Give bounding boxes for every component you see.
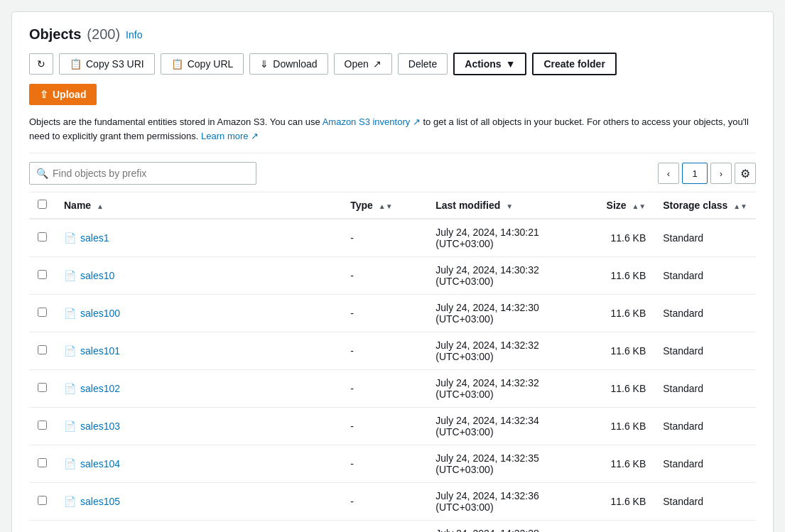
row-modified-cell: July 24, 2024, 14:32:35 (UTC+03:00) [427, 445, 583, 483]
actions-button[interactable]: Actions ▼ [453, 53, 526, 75]
row-checkbox-cell[interactable] [29, 295, 55, 332]
upload-icon: ⇧ [40, 89, 48, 100]
row-type-cell: - [342, 370, 427, 408]
row-checkbox[interactable] [38, 308, 47, 317]
row-modified-cell: July 24, 2024, 14:32:38 (UTC+03:00) [427, 521, 583, 533]
row-checkbox-cell[interactable] [29, 332, 55, 370]
row-name-cell: 📄 sales105 [55, 483, 342, 521]
column-settings-button[interactable]: ⚙ [735, 163, 756, 184]
row-checkbox-cell[interactable] [29, 370, 55, 408]
file-icon: 📄 [64, 496, 76, 507]
create-folder-button[interactable]: Create folder [532, 53, 616, 75]
file-link[interactable]: 📄 sales101 [64, 345, 120, 357]
name-column-header[interactable]: Name ▲ [55, 192, 342, 219]
file-link[interactable]: 📄 sales102 [64, 383, 120, 394]
row-checkbox[interactable] [38, 420, 47, 430]
delete-button[interactable]: Delete [398, 53, 448, 75]
row-size-cell: 11.6 KB [583, 219, 654, 257]
row-name-cell: 📄 sales10 [55, 257, 342, 295]
row-storage-cell: Standard [654, 521, 756, 533]
file-icon: 📄 [64, 420, 76, 432]
row-type-cell: - [342, 219, 427, 257]
storage-class-column-header[interactable]: Storage class ▲▼ [654, 192, 756, 219]
copy-url-button[interactable]: 📋 Copy URL [161, 53, 244, 75]
row-checkbox-cell[interactable] [29, 257, 55, 295]
file-link[interactable]: 📄 sales105 [64, 496, 120, 507]
table-row: 📄 sales100 - July 24, 2024, 14:32:30 (UT… [29, 295, 756, 332]
row-checkbox[interactable] [38, 270, 47, 279]
copy-s3-uri-button[interactable]: 📋 Copy S3 URI [59, 53, 155, 75]
row-type-cell: - [342, 332, 427, 370]
row-modified-cell: July 24, 2024, 14:30:32 (UTC+03:00) [427, 257, 583, 295]
file-link[interactable]: 📄 sales100 [64, 308, 120, 319]
table-row: 📄 sales1 - July 24, 2024, 14:30:21 (UTC+… [29, 219, 756, 257]
open-external-icon: ↗ [373, 58, 381, 70]
type-sort-icon: ▲▼ [379, 202, 393, 210]
row-checkbox-cell[interactable] [29, 408, 55, 445]
row-storage-cell: Standard [654, 370, 756, 408]
row-checkbox-cell[interactable] [29, 445, 55, 483]
type-column-header[interactable]: Type ▲▼ [342, 192, 427, 219]
file-link[interactable]: 📄 sales10 [64, 270, 114, 281]
search-bar: 🔍 ‹ 1 › ⚙ [29, 153, 756, 192]
file-icon: 📄 [64, 383, 76, 394]
last-modified-sort-icon: ▼ [506, 202, 513, 210]
row-size-cell: 11.6 KB [583, 445, 654, 483]
row-modified-cell: July 24, 2024, 14:32:32 (UTC+03:00) [427, 370, 583, 408]
row-checkbox-cell[interactable] [29, 219, 55, 257]
table-row: 📄 sales102 - July 24, 2024, 14:32:32 (UT… [29, 370, 756, 408]
row-size-cell: 11.6 KB [583, 332, 654, 370]
file-icon: 📄 [64, 270, 76, 281]
search-input[interactable] [29, 162, 256, 185]
file-name: sales103 [80, 420, 120, 432]
row-name-cell: 📄 sales102 [55, 370, 342, 408]
row-storage-cell: Standard [654, 219, 756, 257]
file-name: sales105 [80, 496, 120, 507]
file-icon: 📄 [64, 345, 76, 357]
file-icon: 📄 [64, 232, 76, 244]
row-name-cell: 📄 sales106 [55, 521, 342, 533]
row-storage-cell: Standard [654, 332, 756, 370]
learn-more-link[interactable]: Learn more ↗ [201, 131, 259, 141]
file-link[interactable]: 📄 sales1 [64, 232, 109, 244]
select-all-header[interactable] [29, 192, 55, 219]
row-type-cell: - [342, 257, 427, 295]
description-text: Objects are the fundamental entities sto… [29, 115, 756, 143]
download-button[interactable]: ⇓ Download [249, 53, 327, 75]
refresh-icon: ↻ [37, 58, 45, 70]
copy-s3-uri-icon: 📋 [70, 58, 82, 70]
row-storage-cell: Standard [654, 408, 756, 445]
file-name: sales104 [80, 458, 120, 469]
row-checkbox[interactable] [38, 383, 47, 392]
next-page-button[interactable]: › [710, 163, 732, 184]
s3-inventory-link[interactable]: Amazon S3 inventory ↗ [323, 116, 421, 127]
file-link[interactable]: 📄 sales104 [64, 458, 120, 469]
row-checkbox[interactable] [38, 496, 47, 505]
row-type-cell: - [342, 521, 427, 533]
row-checkbox-cell[interactable] [29, 483, 55, 521]
pagination: ‹ 1 › ⚙ [658, 163, 756, 184]
search-input-wrap: 🔍 [29, 162, 256, 185]
download-icon: ⇓ [260, 58, 269, 70]
upload-button[interactable]: ⇧ Upload [29, 84, 97, 105]
row-name-cell: 📄 sales103 [55, 408, 342, 445]
row-checkbox-cell[interactable] [29, 521, 55, 533]
row-checkbox[interactable] [38, 232, 47, 241]
last-modified-column-header[interactable]: Last modified ▼ [427, 192, 583, 219]
prev-page-button[interactable]: ‹ [658, 163, 679, 184]
file-link[interactable]: 📄 sales103 [64, 420, 120, 432]
info-link[interactable]: Info [126, 29, 142, 40]
size-column-header[interactable]: Size ▲▼ [583, 192, 654, 219]
row-checkbox[interactable] [38, 458, 47, 467]
toolbar: ↻ 📋 Copy S3 URI 📋 Copy URL ⇓ Download Op… [29, 53, 756, 75]
size-sort-icon: ▲▼ [632, 202, 646, 210]
file-icon: 📄 [64, 458, 76, 469]
table-row: 📄 sales10 - July 24, 2024, 14:30:32 (UTC… [29, 257, 756, 295]
select-all-checkbox[interactable] [38, 200, 47, 209]
refresh-button[interactable]: ↻ [29, 53, 53, 75]
table-header-row: Name ▲ Type ▲▼ Last modified ▼ Size ▲▼ S… [29, 192, 756, 219]
open-button[interactable]: Open ↗ [334, 53, 392, 75]
row-checkbox[interactable] [38, 345, 47, 354]
row-name-cell: 📄 sales104 [55, 445, 342, 483]
row-name-cell: 📄 sales101 [55, 332, 342, 370]
